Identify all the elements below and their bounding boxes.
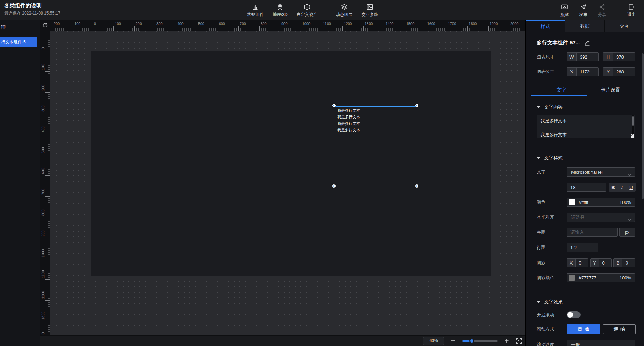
shadow-color-hex-value[interactable]: #777777 <box>579 275 620 280</box>
shadow-color-row: 阴影颜色 #777777 100% <box>537 273 635 282</box>
height-value[interactable]: 378 <box>613 53 626 61</box>
h-ruler-label: 800 <box>261 21 267 26</box>
layer-item-selected[interactable]: 行文本组件-5... <box>0 37 37 47</box>
component-text-line: 我是多行文本 <box>337 127 360 133</box>
h-ruler-label: 600 <box>219 21 225 26</box>
line-height-input[interactable]: 1.2 <box>567 243 598 252</box>
textarea-resize-grip[interactable] <box>631 134 634 138</box>
vertical-ruler[interactable]: 0100200300400500600700800900100011001200… <box>40 31 50 335</box>
v-ruler-label: 1000 <box>41 249 45 257</box>
shadow-blur-value[interactable]: 0 <box>622 259 630 267</box>
h-ruler-label: 1400 <box>385 21 393 26</box>
zoom-level-input[interactable]: 60% <box>423 337 444 345</box>
text-style-section-header[interactable]: 文字样式 <box>537 155 635 162</box>
tool-custom-assets[interactable]: 自定义资产 <box>297 3 317 18</box>
scroll-mode-label: 滚动方式 <box>537 326 567 332</box>
tab-interaction[interactable]: 交互 <box>604 20 644 32</box>
width-field[interactable]: W 392 <box>567 52 599 61</box>
text-content-textarea[interactable]: 我是多行文本 我是多行文本 <box>537 115 635 138</box>
resize-handle-bottom-left[interactable] <box>332 184 336 188</box>
tool-interaction-params[interactable]: 交互参数 <box>362 3 378 18</box>
scroll-toggle-label: 开启滚动 <box>537 312 567 318</box>
share-button[interactable]: 分享 <box>598 3 606 18</box>
chart-position-row: 图表位置 X 1172 Y 268 <box>537 67 635 76</box>
zoom-out-button[interactable] <box>450 338 456 344</box>
scroll-speed-select[interactable]: 一般 <box>567 340 635 346</box>
h-ruler-label: 1000 <box>302 21 310 26</box>
text-effect-section-header[interactable]: 文字效果 <box>537 299 635 305</box>
tab-data[interactable]: 数据 <box>565 20 604 32</box>
chevron-down-icon <box>628 171 632 178</box>
bold-button[interactable]: B <box>609 183 618 192</box>
y-field[interactable]: Y 268 <box>603 67 635 76</box>
resize-handle-top-left[interactable] <box>332 104 336 107</box>
shadow-x-field[interactable]: X 0 <box>567 258 588 267</box>
x-field[interactable]: X 1172 <box>567 67 599 76</box>
tool-label: 交互参数 <box>362 12 378 18</box>
h-ruler-label: 400 <box>177 21 184 26</box>
text-content-section-header[interactable]: 文字内容 <box>537 104 635 111</box>
underline-button[interactable]: U <box>627 183 636 192</box>
selected-text-component[interactable]: 我是多行文本我是多行文本我是多行文本我是多行文本 <box>335 106 416 185</box>
artboard[interactable] <box>91 51 491 276</box>
h-ruler-label: 0 <box>94 21 96 26</box>
font-family-select[interactable]: Microsoft YaHei <box>567 167 635 177</box>
color-hex-value[interactable]: #ffffff <box>579 200 620 205</box>
tool-dynamic-layers[interactable]: 动态图层 <box>336 3 353 18</box>
height-field[interactable]: H 378 <box>603 52 635 61</box>
h-ruler-label: 1700 <box>448 21 456 26</box>
text-color-picker[interactable]: #ffffff 100% <box>567 198 635 207</box>
panel-scrollbar-thumb[interactable] <box>642 53 644 199</box>
v-ruler-label: 100 <box>41 64 45 70</box>
section-divider <box>537 291 635 291</box>
subtab-text[interactable]: 文字 <box>537 85 586 96</box>
rename-pencil-icon[interactable] <box>585 40 590 46</box>
color-swatch[interactable] <box>569 199 575 205</box>
textarea-scrollbar-thumb[interactable] <box>632 116 634 126</box>
font-size-input[interactable]: 18 <box>567 183 606 192</box>
scroll-speed-label: 滚动速度 <box>537 341 567 346</box>
zoom-slider[interactable] <box>462 339 498 343</box>
horizontal-align-select[interactable]: 请选择 <box>567 213 635 222</box>
y-value[interactable]: 268 <box>613 68 626 76</box>
subtab-card-settings[interactable]: 卡片设置 <box>586 85 635 96</box>
scroll-mode-row: 滚动方式 普通 连续 <box>537 324 635 334</box>
letter-spacing-input[interactable]: 请输入 <box>567 228 618 237</box>
horizontal-ruler[interactable]: -200-10001002003004005006007008009001000… <box>50 20 525 31</box>
shadow-color-swatch[interactable] <box>569 275 575 281</box>
ruler-reset-button[interactable] <box>40 20 50 31</box>
scroll-mode-normal-button[interactable]: 普通 <box>567 324 600 334</box>
x-value[interactable]: 1172 <box>577 68 592 76</box>
zoom-in-button[interactable] <box>504 338 509 344</box>
resize-handle-top-right[interactable] <box>415 104 418 107</box>
shadow-y-value[interactable]: 0 <box>599 259 607 267</box>
textarea-value[interactable]: 我是多行文本 我是多行文本 <box>537 115 635 138</box>
shadow-color-opacity-value[interactable]: 100% <box>620 275 631 280</box>
v-ruler-label: 200 <box>41 85 45 91</box>
preview-button[interactable]: 预览 <box>560 3 569 18</box>
shadow-color-picker[interactable]: #777777 100% <box>567 273 635 282</box>
publish-button[interactable]: 发布 <box>579 3 587 18</box>
properties-panel: 样式 数据 交互 多行文本组件-57... 图表尺寸 W <box>525 20 644 346</box>
width-value[interactable]: 392 <box>577 53 590 61</box>
v-ruler-label: 600 <box>41 168 45 174</box>
shadow-y-field[interactable]: Y 0 <box>590 258 612 267</box>
tool-label: 动态图层 <box>336 12 353 18</box>
tool-common-components[interactable]: 常规组件 <box>247 3 264 18</box>
letter-spacing-label: 字距 <box>537 230 567 235</box>
shadow-blur-field[interactable]: B 0 <box>613 258 635 267</box>
tool-geo-3d[interactable]: 地理/3D <box>273 3 288 18</box>
italic-button[interactable]: I <box>618 183 627 192</box>
last-saved-text: 最近保存 2022-11-08 15:55:17 <box>4 10 60 16</box>
resize-handle-bottom-right[interactable] <box>415 184 418 188</box>
shadow-x-value[interactable]: 0 <box>576 259 583 267</box>
canvas-viewport[interactable]: 我是多行文本我是多行文本我是多行文本我是多行文本 <box>50 31 525 335</box>
zoom-slider-knob[interactable] <box>469 339 474 343</box>
scroll-toggle-switch[interactable] <box>567 311 581 318</box>
exit-button[interactable]: 退出 <box>627 3 636 18</box>
scroll-mode-continuous-button[interactable]: 连续 <box>603 324 636 334</box>
fit-to-screen-button[interactable] <box>516 338 522 344</box>
tool-label: 地理/3D <box>273 12 288 18</box>
color-opacity-value[interactable]: 100% <box>620 200 631 205</box>
tab-style[interactable]: 样式 <box>526 20 565 32</box>
